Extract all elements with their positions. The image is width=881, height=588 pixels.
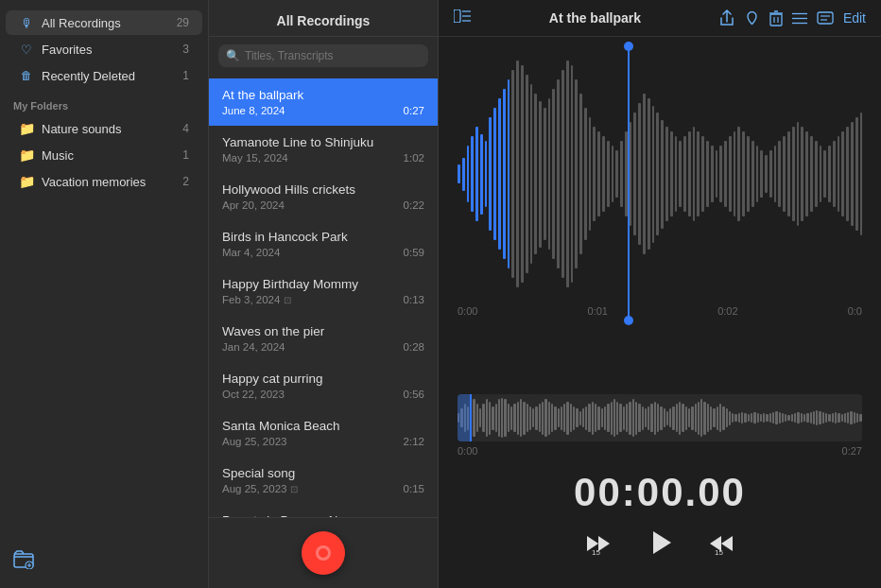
waveform-bar: [724, 141, 727, 207]
play-button[interactable]: [642, 525, 678, 569]
overview-waveform-bar: [850, 411, 852, 424]
recording-duration: 0:56: [404, 389, 424, 400]
waveform-bar: [534, 94, 537, 254]
recording-duration: 0:27: [404, 105, 424, 116]
overview-waveform-bar: [797, 412, 799, 424]
overview-waveform-bar: [476, 404, 478, 432]
waveform-bar: [561, 70, 564, 278]
overview-waveform-bar: [685, 406, 687, 430]
overview-waveform-bar: [520, 399, 522, 437]
waveform-bar: [612, 146, 614, 202]
recording-item[interactable]: Birds in Hancock Park Mar 4, 2024 0:59: [209, 220, 438, 268]
overview-waveform-bar: [544, 399, 546, 437]
sidebar-item-nature-sounds[interactable]: 📁 Nature sounds 4: [6, 116, 202, 141]
sidebar-item-music[interactable]: 📁 Music 1: [6, 143, 202, 167]
recording-duration: 0:59: [404, 247, 424, 258]
recording-item[interactable]: Happy cat purring Oct 22, 2023 0:56: [209, 362, 438, 409]
time-1: 0:01: [588, 305, 608, 317]
time-3: 0:0: [848, 305, 862, 317]
waveform-display[interactable]: [458, 46, 862, 302]
waveform-bar: [493, 108, 496, 240]
recording-item[interactable]: Waves on the pier Jan 24, 2024 0:28: [209, 315, 438, 362]
waveform-bar: [841, 131, 844, 216]
overview-waveform-bar: [486, 399, 488, 437]
new-folder-button[interactable]: [13, 550, 34, 569]
overview-waveform-bar: [791, 414, 793, 422]
overview-waveform-bar: [561, 406, 562, 430]
overview-waveform[interactable]: [458, 394, 862, 441]
caption-button[interactable]: [817, 11, 834, 25]
search-input[interactable]: [245, 49, 421, 62]
folder-icon-vacation: 📁: [19, 174, 34, 189]
overview-waveform-bar: [510, 406, 512, 430]
overview-waveform-bar: [479, 408, 481, 427]
overview-waveform-bar: [787, 415, 789, 421]
waveform-bar: [589, 117, 592, 231]
overview-waveform-bar: [726, 408, 728, 427]
overview-waveform-bar: [548, 402, 550, 435]
overview-waveform-bar: [576, 408, 578, 427]
svg-marker-18: [653, 531, 671, 554]
forward-button[interactable]: 15: [706, 530, 736, 563]
transcript-icon: ⊡: [284, 295, 291, 305]
overview-waveform-bar: [619, 404, 621, 432]
playback-controls: 15 15: [439, 525, 881, 588]
overview-waveform-bar: [642, 406, 644, 430]
overview-waveform-bar: [539, 404, 541, 432]
trash-icon: 🗑: [19, 68, 34, 83]
overview-waveform-bar: [713, 408, 715, 427]
overview-waveform-bar: [654, 402, 656, 435]
recording-item[interactable]: Santa Monica Beach Aug 25, 2023 2:12: [209, 409, 438, 457]
sidebar-footer: [0, 541, 208, 579]
waveform-bar: [552, 89, 555, 259]
overview-waveform-bar: [841, 414, 843, 422]
sidebar-item-all-recordings[interactable]: 🎙 All Recordings 29: [6, 10, 202, 35]
sidebar-item-vacation-memories[interactable]: 📁 Vacation memories 2: [6, 169, 202, 194]
playhead-dot-bottom: [624, 316, 633, 325]
play-icon: [642, 525, 678, 569]
delete-button[interactable]: [769, 10, 783, 26]
overview-time-ruler: 0:00 0:27: [439, 441, 881, 460]
recording-item[interactable]: At the ballpark June 8, 2024 0:27: [209, 78, 438, 126]
recording-item[interactable]: Hollywood Hills crickets Apr 20, 2024 0:…: [209, 173, 438, 220]
waveform-bar: [697, 131, 700, 216]
player-header: At the ballpark Edit: [439, 0, 881, 37]
folder-icon-nature: 📁: [19, 121, 34, 136]
overview-waveform-bar: [838, 413, 839, 423]
overview-waveform-bar: [554, 406, 556, 430]
overview-waveform-bar: [801, 413, 803, 423]
waveform-bar: [778, 141, 781, 207]
waveform-bar: [526, 75, 528, 273]
overview-waveform-bar: [835, 412, 837, 424]
all-recordings-label: All Recordings: [42, 16, 177, 30]
sidebar-item-favorites[interactable]: ♡ Favorites 3: [6, 37, 202, 61]
waveform-bar: [557, 79, 560, 268]
rewind-button[interactable]: 15: [583, 530, 613, 563]
favorite-button[interactable]: [744, 10, 760, 26]
recording-item[interactable]: Happy Birthday Mommy Feb 3, 2024 ⊡ 0:13: [209, 268, 438, 315]
svg-rect-2: [454, 9, 460, 23]
list-button[interactable]: [792, 12, 807, 25]
overview-waveform-bar: [813, 411, 815, 424]
overview-waveform-bar: [775, 411, 777, 424]
overview-waveform-bar: [700, 399, 702, 437]
waveform-bar: [716, 150, 718, 198]
recording-item[interactable]: Special song Aug 25, 2023 ⊡ 0:15: [209, 457, 438, 504]
sidebar-toggle-button[interactable]: [454, 9, 471, 26]
recording-meta: May 15, 2024 1:02: [222, 152, 424, 164]
waveform-bar: [467, 146, 470, 202]
recording-date: Oct 22, 2023: [222, 389, 285, 400]
recording-item[interactable]: Yamanote Line to Shinjuku May 15, 2024 1…: [209, 126, 438, 173]
recently-deleted-label: Recently Deleted: [42, 69, 182, 83]
record-button[interactable]: [302, 531, 345, 575]
overview-waveform-bar: [527, 404, 528, 432]
share-button[interactable]: [719, 9, 734, 26]
overview-waveform-bar: [635, 402, 637, 435]
recording-meta: Aug 25, 2023 2:12: [222, 436, 424, 447]
overview-waveform-bar: [495, 404, 497, 432]
edit-button[interactable]: Edit: [843, 10, 866, 26]
overview-waveform-bar: [734, 414, 736, 422]
recording-item[interactable]: Parrots in Buenos Aires Jul 12, 2023 1:0…: [209, 504, 438, 517]
sidebar-item-recently-deleted[interactable]: 🗑 Recently Deleted 1: [6, 63, 202, 88]
recording-duration: 0:15: [404, 483, 424, 494]
